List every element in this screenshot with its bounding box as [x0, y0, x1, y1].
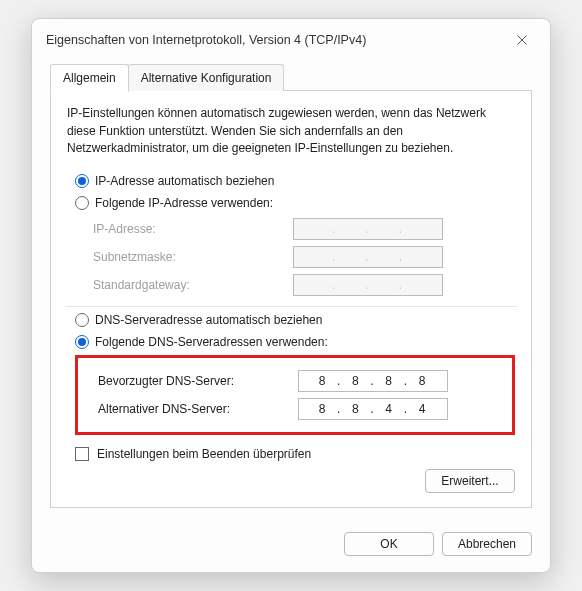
- checkbox-icon: [75, 447, 89, 461]
- advanced-button[interactable]: Erweitert...: [425, 469, 515, 493]
- ok-button-label: OK: [380, 537, 397, 551]
- ok-button[interactable]: OK: [344, 532, 434, 556]
- tab-general-label: Allgemein: [63, 71, 116, 85]
- dns-auto-label: DNS-Serveradresse automatisch beziehen: [95, 311, 322, 329]
- advanced-button-label: Erweitert...: [441, 474, 498, 488]
- dns-group: DNS-Serveradresse automatisch beziehen F…: [75, 311, 515, 435]
- radio-icon: [75, 313, 89, 327]
- description-text: IP-Einstellungen können automatisch zuge…: [67, 105, 515, 157]
- validate-checkbox-row[interactable]: Einstellungen beim Beenden überprüfen: [75, 447, 515, 461]
- advanced-row: Erweitert...: [67, 469, 515, 493]
- close-icon: [517, 35, 527, 45]
- alternate-dns-input[interactable]: 8. 8. 4. 4: [298, 398, 448, 420]
- ip-octet: 4: [376, 402, 404, 416]
- ip-auto-radio-row[interactable]: IP-Adresse automatisch beziehen: [75, 172, 515, 190]
- close-button[interactable]: [508, 29, 536, 51]
- ip-manual-radio-row[interactable]: Folgende IP-Adresse verwenden:: [75, 194, 515, 212]
- ip-octet: 8: [309, 374, 337, 388]
- alternate-dns-row: Alternativer DNS-Server: 8. 8. 4. 4: [98, 398, 510, 420]
- tab-alternative[interactable]: Alternative Konfiguration: [128, 64, 285, 91]
- ip-octet: 8: [342, 402, 370, 416]
- ip-address-row: IP-Adresse: . . .: [93, 218, 515, 240]
- radio-icon: [75, 335, 89, 349]
- ip-group: IP-Adresse automatisch beziehen Folgende…: [75, 172, 515, 296]
- highlight-box: Bevorzugter DNS-Server: 8. 8. 8. 8 Alter…: [75, 355, 515, 435]
- ip-octet: 8: [342, 374, 370, 388]
- dialog-content: Allgemein Alternative Konfiguration IP-E…: [32, 59, 550, 521]
- window-title: Eigenschaften von Internetprotokoll, Ver…: [46, 33, 366, 47]
- radio-icon: [75, 196, 89, 210]
- dns-manual-radio-row[interactable]: Folgende DNS-Serveradressen verwenden:: [75, 333, 515, 351]
- subnet-input: . . .: [293, 246, 443, 268]
- titlebar: Eigenschaften von Internetprotokoll, Ver…: [32, 19, 550, 59]
- dns-auto-radio-row[interactable]: DNS-Serveradresse automatisch beziehen: [75, 311, 515, 329]
- dialog-button-bar: OK Abbrechen: [32, 522, 550, 572]
- separator: [65, 306, 517, 307]
- validate-label: Einstellungen beim Beenden überprüfen: [97, 447, 311, 461]
- tab-general[interactable]: Allgemein: [50, 64, 129, 92]
- subnet-label: Subnetzmaske:: [93, 250, 293, 264]
- properties-dialog: Eigenschaften von Internetprotokoll, Ver…: [31, 18, 551, 572]
- ip-address-label: IP-Adresse:: [93, 222, 293, 236]
- preferred-dns-row: Bevorzugter DNS-Server: 8. 8. 8. 8: [98, 370, 510, 392]
- subnet-row: Subnetzmaske: . . .: [93, 246, 515, 268]
- tab-alternative-label: Alternative Konfiguration: [141, 71, 272, 85]
- ip-octet: 8: [409, 374, 437, 388]
- gateway-input: . . .: [293, 274, 443, 296]
- cancel-button[interactable]: Abbrechen: [442, 532, 532, 556]
- ip-address-input: . . .: [293, 218, 443, 240]
- preferred-dns-label: Bevorzugter DNS-Server:: [98, 374, 298, 388]
- gateway-row: Standardgateway: . . .: [93, 274, 515, 296]
- preferred-dns-input[interactable]: 8. 8. 8. 8: [298, 370, 448, 392]
- ip-octet: 8: [309, 402, 337, 416]
- tab-panel-general: IP-Einstellungen können automatisch zuge…: [50, 91, 532, 507]
- cancel-button-label: Abbrechen: [458, 537, 516, 551]
- tab-bar: Allgemein Alternative Konfiguration: [50, 63, 532, 91]
- radio-icon: [75, 174, 89, 188]
- alternate-dns-label: Alternativer DNS-Server:: [98, 402, 298, 416]
- dns-manual-label: Folgende DNS-Serveradressen verwenden:: [95, 333, 328, 351]
- ip-auto-label: IP-Adresse automatisch beziehen: [95, 172, 274, 190]
- gateway-label: Standardgateway:: [93, 278, 293, 292]
- ip-octet: 8: [376, 374, 404, 388]
- ip-octet: 4: [409, 402, 437, 416]
- ip-manual-label: Folgende IP-Adresse verwenden:: [95, 194, 273, 212]
